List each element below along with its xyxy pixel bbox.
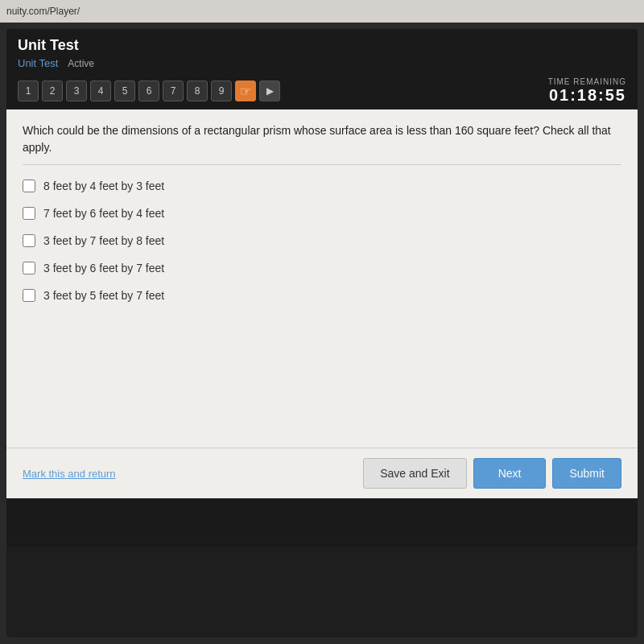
timer-value: 01:18:55 xyxy=(548,86,626,105)
bottom-bar xyxy=(6,498,638,547)
checkbox-5[interactable] xyxy=(23,289,35,302)
answer-label-4: 3 feet by 6 feet by 7 feet xyxy=(43,262,164,275)
checkbox-4[interactable] xyxy=(23,262,35,275)
cursor-icon: ☞ xyxy=(240,84,251,99)
content-area: Which could be the dimensions of a recta… xyxy=(6,109,638,448)
unit-test-link[interactable]: Unit Test xyxy=(18,57,58,69)
answer-option-4: 3 feet by 6 feet by 7 feet xyxy=(23,262,621,275)
app-window: Unit Test Unit Test Active 1 2 3 4 5 6 7… xyxy=(6,29,638,638)
question-btn-2[interactable]: 2 xyxy=(42,80,63,101)
question-btn-1[interactable]: 1 xyxy=(18,80,39,101)
checkbox-1[interactable] xyxy=(23,180,35,192)
checkbox-2[interactable] xyxy=(23,207,35,220)
browser-bar: nuity.com/Player/ xyxy=(0,0,644,23)
question-btn-5[interactable]: 5 xyxy=(114,80,135,101)
answer-option-2: 7 feet by 6 feet by 4 feet xyxy=(23,207,621,220)
nav-bar: 1 2 3 4 5 6 7 8 9 ☞ ▶ TIME REMAINING 01:… xyxy=(6,72,638,109)
question-btn-8[interactable]: 8 xyxy=(187,80,208,101)
url-bar: nuity.com/Player/ xyxy=(6,6,80,17)
question-numbers: 1 2 3 4 5 6 7 8 9 ☞ ▶ xyxy=(18,80,280,101)
page-title: Unit Test xyxy=(18,37,626,54)
next-question-arrow[interactable]: ▶ xyxy=(259,80,280,101)
question-btn-active[interactable]: ☞ xyxy=(235,80,256,101)
next-button[interactable]: Next xyxy=(473,458,547,489)
answer-label-3: 3 feet by 7 feet by 8 feet xyxy=(43,234,164,247)
timer-label: TIME REMAINING xyxy=(548,77,626,86)
answer-label-5: 3 feet by 5 feet by 7 feet xyxy=(43,289,164,302)
save-exit-button[interactable]: Save and Exit xyxy=(363,458,466,489)
checkbox-3[interactable] xyxy=(23,234,35,247)
timer-box: TIME REMAINING 01:18:55 xyxy=(548,77,626,105)
answer-option-3: 3 feet by 7 feet by 8 feet xyxy=(23,234,621,247)
title-bar: Unit Test Unit Test Active xyxy=(6,29,638,72)
question-btn-4[interactable]: 4 xyxy=(90,80,111,101)
question-btn-9[interactable]: 9 xyxy=(211,80,232,101)
answer-label-1: 8 feet by 4 feet by 3 feet xyxy=(43,180,164,192)
answer-option-5: 3 feet by 5 feet by 7 feet xyxy=(23,289,621,302)
subtitle-row: Unit Test Active xyxy=(18,57,626,69)
footer-area: Mark this and return Save and Exit Next … xyxy=(6,448,638,498)
footer-buttons: Save and Exit Next Submit xyxy=(363,458,621,489)
question-text: Which could be the dimensions of a recta… xyxy=(23,122,621,165)
active-badge: Active xyxy=(68,58,94,69)
screen-wrapper: Unit Test Unit Test Active 1 2 3 4 5 6 7… xyxy=(0,23,644,644)
answer-label-2: 7 feet by 6 feet by 4 feet xyxy=(43,207,164,220)
question-btn-6[interactable]: 6 xyxy=(138,80,159,101)
question-btn-7[interactable]: 7 xyxy=(163,80,184,101)
question-btn-3[interactable]: 3 xyxy=(66,80,87,101)
submit-button[interactable]: Submit xyxy=(552,458,621,489)
mark-return-link[interactable]: Mark this and return xyxy=(23,468,116,480)
answer-option-1: 8 feet by 4 feet by 3 feet xyxy=(23,180,621,192)
